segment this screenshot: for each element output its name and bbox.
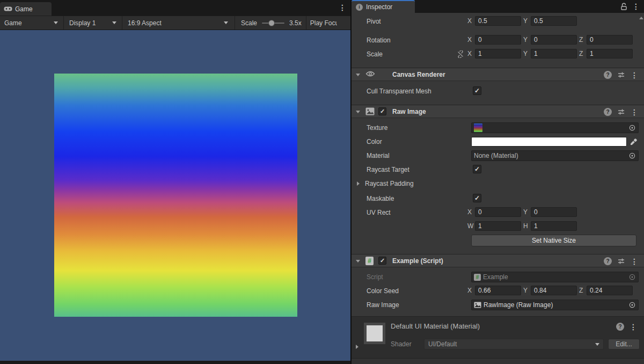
raycast-target-row: Raycast Target ✓ [352, 164, 644, 175]
pivot-row: Pivot X0.5 Y0.5 [352, 16, 644, 27]
axis-w-label: W [467, 222, 475, 230]
help-icon[interactable]: ? [604, 257, 612, 265]
example-script-title: Example (Script) [392, 257, 443, 265]
display-popup-label: Display 1 [69, 19, 96, 27]
color-seed-x-field[interactable]: 0.66 [475, 286, 521, 295]
scale-value: 3.5x [289, 19, 302, 27]
help-icon[interactable]: ? [616, 323, 624, 331]
component-menu-icon[interactable]: ⋮ [631, 108, 638, 116]
presets-icon[interactable] [618, 108, 625, 115]
inspector-panel: i Inspector ⋮ Pivot X0.5 Y0.5 Rotation X… [350, 0, 644, 364]
scale-y-field[interactable]: 1 [531, 49, 577, 59]
aspect-ratio-popup[interactable]: 16:9 Aspect [122, 16, 235, 30]
color-seed-y-field[interactable]: 0.84 [531, 286, 577, 295]
uv-rect-x-field[interactable]: 0 [475, 207, 521, 217]
game-view-popup[interactable]: Game [0, 16, 63, 30]
rotation-x-field[interactable]: 0 [475, 35, 521, 45]
foldout-closed-icon[interactable] [357, 181, 360, 186]
raw-image-header[interactable]: ✓ Raw Image ? ⋮ [352, 105, 644, 118]
scale-z-field[interactable]: 1 [587, 49, 633, 59]
play-focused-label: Play Focused [310, 19, 337, 27]
component-menu-icon[interactable]: ⋮ [631, 258, 638, 265]
foldout-open-icon[interactable] [356, 260, 360, 263]
display-popup[interactable]: Display 1 [64, 16, 122, 30]
play-focused-popup[interactable]: Play Focused [306, 16, 337, 30]
help-icon[interactable]: ? [604, 71, 612, 79]
color-swatch[interactable] [471, 137, 627, 147]
raw-image-enabled-checkbox[interactable]: ✓ [378, 107, 386, 115]
material-object-field[interactable]: None (Material) [471, 150, 639, 161]
material-label: Material [367, 152, 390, 159]
cull-transparent-mesh-label: Cull Transparent Mesh [367, 88, 431, 95]
foldout-open-icon[interactable] [356, 111, 360, 113]
shader-dropdown[interactable]: UI/Default [424, 339, 604, 350]
uv-rect-w-field[interactable]: 1 [475, 221, 521, 231]
pivot-y-field[interactable]: 0.5 [531, 16, 577, 26]
edit-shader-button[interactable]: Edit... [608, 339, 640, 350]
pivot-x-field[interactable]: 0.5 [475, 16, 521, 26]
eyedropper-icon[interactable] [628, 137, 639, 147]
axis-z-label: Z [579, 50, 587, 57]
uv-rect-h-field[interactable]: 1 [531, 221, 577, 231]
presets-icon[interactable] [618, 258, 625, 265]
color-seed-z-field[interactable]: 0.24 [587, 286, 633, 295]
material-value: None (Material) [474, 152, 518, 159]
cull-transparent-mesh-checkbox[interactable]: ✓ [473, 86, 481, 95]
canvas-renderer-header[interactable]: Canvas Renderer ? ⋮ [352, 68, 644, 81]
object-picker-icon[interactable] [628, 124, 636, 132]
foldout-closed-icon[interactable] [356, 345, 358, 349]
shader-value: UI/Default [428, 340, 457, 348]
scale-slider[interactable] [262, 23, 284, 24]
material-preview-thumbnail[interactable] [364, 323, 385, 344]
raw-image-ref-object-field[interactable]: RawImage (Raw Image) [471, 300, 639, 310]
scale-control: Scale 3.5x [235, 16, 306, 30]
uv-rect-y-field[interactable]: 0 [531, 207, 577, 217]
rotation-y-field[interactable]: 0 [531, 35, 577, 45]
unlock-icon[interactable] [620, 3, 627, 10]
game-viewport [0, 30, 350, 361]
game-panel-menu-icon[interactable]: ⋮ [339, 4, 346, 11]
help-icon[interactable]: ? [604, 108, 612, 116]
foldout-open-icon[interactable] [356, 74, 360, 76]
script-row: Script # Example [352, 272, 644, 282]
aspect-ratio-label: 16:9 Aspect [128, 19, 162, 27]
uv-rect-row-xy: UV Rect X0 Y0 [352, 207, 644, 218]
set-native-size-button[interactable]: Set Native Size [471, 235, 636, 246]
rawimage-gradient-quad [54, 74, 297, 317]
raw-image-ref-value: RawImage (Raw Image) [484, 301, 553, 309]
link-broken-icon[interactable] [457, 50, 464, 58]
raycast-padding-label: Raycast Padding [365, 180, 414, 187]
example-script-header[interactable]: # ✓ Example (Script) ? ⋮ [352, 254, 644, 267]
texture-object-field[interactable] [471, 122, 639, 133]
component-menu-icon[interactable]: ⋮ [631, 71, 638, 79]
raycast-padding-row[interactable]: Raycast Padding [352, 178, 644, 189]
inspector-menu-icon[interactable]: ⋮ [632, 3, 640, 10]
scale-label: Scale [367, 50, 383, 58]
check-icon: ✓ [474, 166, 480, 172]
raycast-target-label: Raycast Target [367, 166, 409, 173]
rotation-label: Rotation [367, 37, 391, 44]
tab-game[interactable]: Game [0, 2, 52, 16]
rotation-z-field[interactable]: 0 [587, 35, 633, 45]
check-icon: ✓ [380, 108, 385, 115]
image-icon [474, 302, 481, 308]
uv-rect-label: UV Rect [367, 209, 391, 216]
tab-inspector[interactable]: i Inspector [352, 0, 415, 13]
example-script-enabled-checkbox[interactable]: ✓ [378, 257, 386, 265]
axis-x-label: X [467, 287, 475, 294]
presets-icon[interactable] [618, 71, 625, 78]
game-panel: Game ⋮ Game Display 1 16:9 Aspect Scale [0, 0, 352, 364]
material-menu-icon[interactable]: ⋮ [630, 323, 637, 331]
chevron-down-icon [112, 21, 116, 24]
game-toolbar: Game Display 1 16:9 Aspect Scale 3.5x Pl [0, 16, 352, 30]
csharp-script-icon: # [365, 257, 374, 265]
object-picker-icon[interactable] [628, 301, 636, 309]
preview-resize-strip[interactable] [352, 358, 644, 364]
check-icon: ✓ [380, 257, 385, 264]
scale-slider-knob[interactable] [268, 20, 275, 26]
raycast-target-checkbox[interactable]: ✓ [473, 165, 481, 173]
scale-x-field[interactable]: 1 [475, 49, 521, 59]
maskable-checkbox[interactable]: ✓ [473, 194, 481, 202]
object-picker-icon[interactable] [628, 152, 636, 159]
material-row: Material None (Material) [352, 150, 644, 161]
